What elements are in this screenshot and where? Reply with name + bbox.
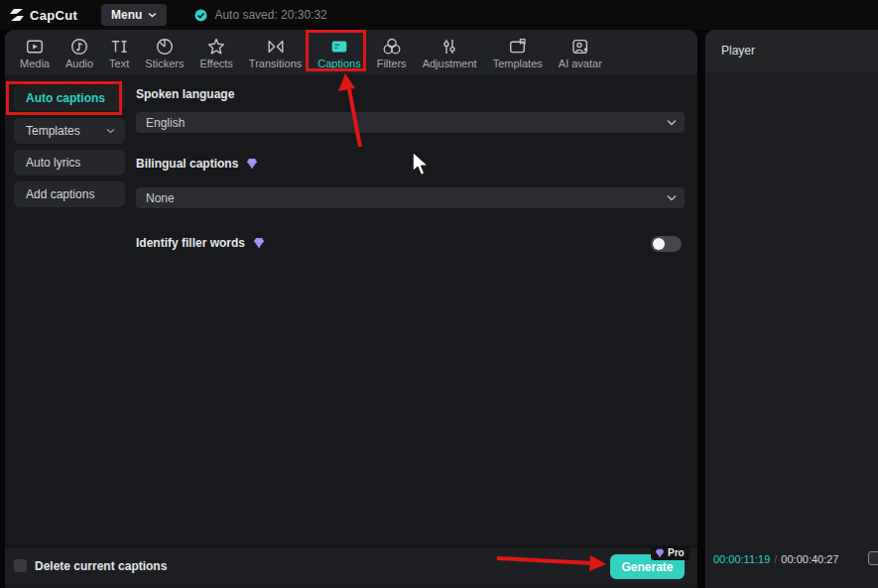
text-icon — [109, 37, 129, 57]
player-panel: Player 00:00:11:19 / 00:00:40:27 — [705, 30, 878, 588]
pro-gem-icon — [246, 158, 258, 170]
tab-stickers-label: Stickers — [145, 58, 184, 69]
sidebar-item-auto-captions[interactable]: Auto captions — [14, 85, 125, 111]
templates-icon — [508, 37, 528, 57]
bilingual-captions-label-text: Bilingual captions — [136, 157, 238, 171]
chevron-down-icon — [106, 128, 115, 134]
toggle-knob — [653, 238, 665, 250]
spoken-language-value: English — [146, 116, 185, 130]
spoken-language-dropdown[interactable]: English — [136, 112, 685, 133]
captions-panel: Media Audio Text — [5, 30, 697, 588]
tab-text[interactable]: Text — [101, 30, 137, 74]
audio-icon — [69, 37, 89, 57]
pro-badge: Pro — [651, 545, 690, 560]
ai-avatar-icon — [570, 37, 590, 57]
captions-icon — [329, 37, 349, 57]
filters-icon — [382, 37, 402, 57]
menu-button[interactable]: Menu — [101, 4, 167, 26]
player-time-row: 00:00:11:19 / 00:00:40:27 — [705, 553, 878, 565]
player-current-time[interactable]: 00:00:11:19 — [713, 553, 770, 565]
pro-badge-label: Pro — [668, 547, 685, 558]
autosave-check-icon — [194, 9, 207, 22]
transitions-icon — [266, 37, 286, 57]
spoken-language-label: Spoken language — [136, 87, 234, 101]
chevron-down-icon — [667, 194, 677, 201]
adjustment-icon — [439, 37, 459, 57]
media-icon — [25, 37, 45, 57]
tab-effects-label: Effects — [199, 58, 232, 69]
tab-stickers[interactable]: Stickers — [137, 30, 191, 74]
time-separator: / — [774, 553, 777, 565]
tab-effects[interactable]: Effects — [191, 30, 240, 74]
capcut-window: CapCut Menu Auto saved: 20:30:32 — [0, 0, 878, 588]
autosave-status: Auto saved: 20:30:32 — [194, 8, 326, 22]
pro-gem-icon — [655, 548, 665, 558]
effects-icon — [206, 37, 226, 57]
bilingual-captions-value: None — [146, 191, 175, 205]
player-duration: 00:00:40:27 — [781, 553, 838, 565]
identify-filler-words-label: Identify filler words — [136, 236, 265, 250]
autosave-text: Auto saved: 20:30:32 — [214, 8, 326, 22]
identify-filler-words-toggle[interactable] — [651, 236, 682, 252]
bilingual-captions-label: Bilingual captions — [136, 157, 258, 171]
tab-templates[interactable]: Templates — [485, 30, 551, 74]
sidebar-item-label: Add captions — [26, 187, 94, 201]
player-header: Player — [705, 30, 878, 71]
tab-audio[interactable]: Audio — [58, 30, 101, 74]
tab-adjustment[interactable]: Adjustment — [415, 30, 485, 74]
tab-filters[interactable]: Filters — [369, 30, 415, 74]
delete-current-captions-checkbox[interactable] — [14, 559, 27, 572]
tab-media[interactable]: Media — [12, 30, 58, 74]
player-title: Player — [721, 44, 755, 58]
tab-ai-avatar-label: AI avatar — [559, 58, 602, 69]
pro-gem-icon — [253, 237, 265, 249]
tab-adjustment-label: Adjustment — [423, 58, 477, 69]
chevron-down-icon — [667, 119, 677, 126]
sidebar-item-templates[interactable]: Templates — [14, 118, 125, 144]
captions-footer-bar: Delete current captions Generate Pro — [5, 546, 697, 584]
tab-captions-label: Captions — [317, 58, 360, 69]
sidebar-item-label: Templates — [26, 124, 80, 138]
stickers-icon — [155, 37, 175, 57]
identify-filler-words-label-text: Identify filler words — [136, 236, 245, 250]
tab-media-label: Media — [20, 58, 50, 69]
aspect-ratio-icon[interactable] — [868, 551, 878, 565]
media-toolbar: Media Audio Text — [5, 30, 697, 74]
bilingual-captions-dropdown[interactable]: None — [136, 187, 685, 208]
chevron-down-icon — [148, 12, 157, 18]
tab-filters-label: Filters — [377, 58, 407, 69]
tab-templates-label: Templates — [493, 58, 543, 69]
delete-current-captions-label: Delete current captions — [35, 559, 167, 573]
sidebar-item-auto-lyrics[interactable]: Auto lyrics — [14, 150, 125, 176]
tab-text-label: Text — [109, 58, 129, 69]
sidebar-item-add-captions[interactable]: Add captions — [14, 181, 125, 207]
tab-transitions-label: Transitions — [249, 58, 302, 69]
tab-transitions[interactable]: Transitions — [241, 30, 310, 74]
tab-captions[interactable]: Captions — [310, 30, 368, 74]
tab-ai-avatar[interactable]: AI avatar — [551, 30, 610, 74]
sidebar-item-label: Auto captions — [26, 91, 105, 105]
sidebar-item-label: Auto lyrics — [26, 156, 80, 170]
title-bar: CapCut Menu Auto saved: 20:30:32 — [0, 0, 878, 30]
capcut-logo-icon — [9, 8, 25, 22]
menu-button-label: Menu — [111, 8, 142, 22]
tab-audio-label: Audio — [65, 58, 93, 69]
app-name: CapCut — [30, 8, 77, 23]
capcut-logo: CapCut — [9, 8, 77, 23]
